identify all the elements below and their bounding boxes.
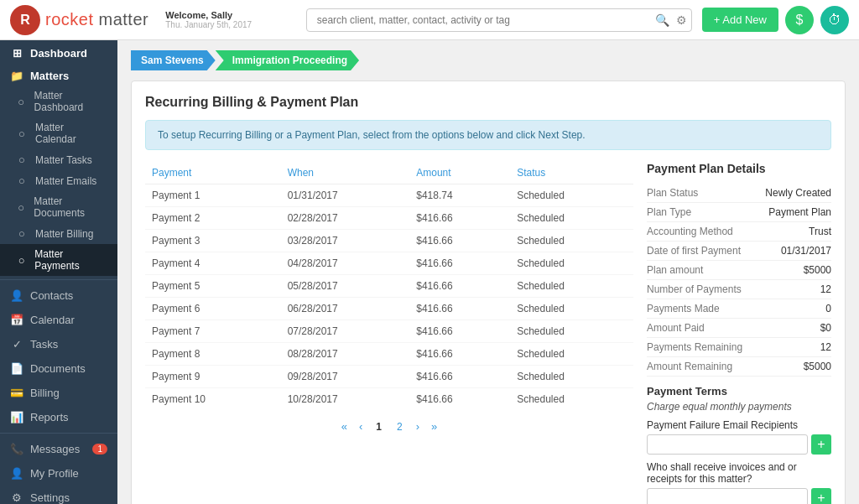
payment-terms-text: Charge equal monthly payments [647, 401, 831, 413]
sidebar-item-matter-payments[interactable]: ○ Matter Payments [0, 244, 117, 276]
sidebar-item-matter-dashboard[interactable]: ○ Matter Dashboard [0, 86, 117, 117]
user-date: Thu. January 5th, 2017 [165, 20, 252, 29]
col-when[interactable]: When [281, 162, 410, 184]
next-page-btn[interactable]: › [413, 418, 423, 434]
circle-icon2: ○ [15, 127, 29, 140]
plan-detail-row: Number of Payments12 [647, 280, 831, 299]
sidebar-item-messages[interactable]: 📞 Messages 1 [0, 437, 117, 461]
top-nav: R rocket matter Welcome, Sally Thu. Janu… [0, 0, 859, 40]
table-row: Payment 303/28/2017$416.66Scheduled [145, 230, 633, 252]
page-2[interactable]: 2 [392, 419, 408, 434]
timer-icon-btn[interactable]: ⏱ [820, 6, 849, 34]
plan-detail-row: Payments Remaining12 [647, 338, 831, 357]
search-bar: 🔍 ⚙ [306, 8, 692, 32]
calendar-icon: 📅 [10, 314, 23, 326]
sidebar-item-calendar[interactable]: 📅 Calendar [0, 308, 117, 332]
sidebar-item-matter-emails[interactable]: ○ Matter Emails [0, 170, 117, 191]
circle-icon5: ○ [15, 201, 27, 214]
sidebar-item-tasks[interactable]: ✓ Tasks [0, 332, 117, 356]
add-new-button[interactable]: + Add New [702, 8, 778, 32]
tasks-icon: ✓ [10, 338, 23, 351]
payment-terms-title: Payment Terms [647, 385, 831, 397]
invoice-add-btn[interactable]: + [811, 488, 831, 504]
circle-icon6: ○ [15, 227, 29, 240]
settings-icon-btn[interactable]: ⚙ [674, 12, 689, 29]
sidebar-item-billing[interactable]: 💳 Billing [0, 381, 117, 405]
sidebar-item-my-profile[interactable]: 👤 My Profile [0, 461, 117, 486]
table-row: Payment 707/28/2017$416.66Scheduled [145, 320, 633, 343]
sidebar-item-dashboard[interactable]: ⊞ Dashboard [0, 40, 117, 63]
profile-icon: 👤 [10, 467, 23, 480]
table-row: Payment 909/28/2017$416.66Scheduled [145, 366, 633, 388]
prev-page-btn[interactable]: ‹ [356, 418, 366, 434]
failure-email-add-btn[interactable]: + [811, 434, 831, 455]
main-card: Recurring Billing & Payment Plan To setu… [131, 81, 846, 504]
table-row: Payment 505/28/2017$416.66Scheduled [145, 275, 633, 298]
page-1[interactable]: 1 [371, 419, 387, 434]
plan-detail-row: Plan StatusNewly Created [647, 184, 831, 203]
plan-details: Payment Plan Details Plan StatusNewly Cr… [647, 162, 831, 504]
plan-detail-row: Plan TypePayment Plan [647, 203, 831, 222]
user-name: Welcome, Sally [165, 10, 252, 20]
breadcrumb: Sam Stevens Immigration Proceeding [131, 50, 846, 70]
sidebar-item-matter-documents[interactable]: ○ Matter Documents [0, 191, 117, 223]
table-row: Payment 808/28/2017$416.66Scheduled [145, 343, 633, 366]
sidebar-item-matter-billing[interactable]: ○ Matter Billing [0, 223, 117, 244]
plan-detail-row: Amount Remaining$5000 [647, 357, 831, 377]
failure-email-input-row: + [647, 434, 831, 455]
search-input[interactable] [306, 8, 692, 32]
reports-icon: 📊 [10, 411, 23, 423]
billing-icon: 💳 [10, 387, 23, 399]
table-row: Payment 1010/28/2017$416.66Scheduled [145, 388, 633, 411]
breadcrumb-item-1[interactable]: Sam Stevens [131, 50, 216, 70]
sidebar-item-settings[interactable]: ⚙ Settings [0, 486, 117, 504]
table-row: Payment 202/28/2017$416.66Scheduled [145, 207, 633, 230]
sidebar-item-documents[interactable]: 📄 Documents [0, 356, 117, 381]
main-layout: ⊞ Dashboard 📁 Matters ○ Matter Dashboard… [0, 40, 859, 504]
user-greeting: Welcome, Sally Thu. January 5th, 2017 [165, 10, 252, 29]
messages-badge: 1 [92, 444, 107, 455]
sidebar-item-contacts[interactable]: 👤 Contacts [0, 283, 117, 308]
two-col-layout: Payment When Amount Status Payment 101/3… [145, 162, 831, 504]
invoice-input[interactable] [647, 488, 808, 504]
plan-detail-row: Amount Paid$0 [647, 319, 831, 338]
invoice-label: Who shall receive invoices and or receip… [647, 461, 831, 485]
search-icon-btn[interactable]: 🔍 [653, 12, 671, 29]
plan-detail-row: Plan amount$5000 [647, 261, 831, 280]
documents-icon: 📄 [10, 362, 23, 375]
sidebar: ⊞ Dashboard 📁 Matters ○ Matter Dashboard… [0, 40, 117, 504]
circle-icon4: ○ [15, 174, 29, 187]
breadcrumb-item-2[interactable]: Immigration Proceeding [216, 50, 359, 70]
failure-email-label: Payment Failure Email Recipients [647, 419, 831, 431]
messages-icon: 📞 [10, 443, 23, 455]
matters-icon: 📁 [10, 70, 23, 82]
dashboard-icon: ⊞ [10, 47, 23, 60]
sidebar-item-matter-tasks[interactable]: ○ Matter Tasks [0, 149, 117, 170]
nav-actions: + Add New $ ⏱ [702, 6, 849, 34]
col-status[interactable]: Status [510, 162, 633, 184]
first-page-btn[interactable]: « [338, 418, 351, 434]
logo-icon: R [10, 5, 40, 35]
payments-table: Payment When Amount Status Payment 101/3… [145, 162, 633, 410]
plan-detail-row: Date of first Payment01/31/2017 [647, 242, 831, 261]
table-row: Payment 101/31/2017$418.74Scheduled [145, 184, 633, 207]
circle-icon7: ○ [15, 254, 28, 267]
plan-detail-row: Payments Made0 [647, 299, 831, 319]
failure-email-input[interactable] [647, 434, 808, 455]
content-area: Sam Stevens Immigration Proceeding Recur… [117, 40, 859, 504]
contacts-icon: 👤 [10, 289, 23, 302]
settings-icon: ⚙ [10, 491, 23, 504]
info-box: To setup Recurring Billing or a Payment … [145, 120, 831, 150]
sidebar-item-matter-calendar[interactable]: ○ Matter Calendar [0, 117, 117, 149]
col-payment[interactable]: Payment [145, 162, 281, 184]
sidebar-item-matters[interactable]: 📁 Matters [0, 63, 117, 86]
pagination: « ‹ 1 2 › » [145, 418, 633, 434]
col-amount[interactable]: Amount [409, 162, 510, 184]
circle-icon: ○ [15, 96, 28, 108]
plan-details-title: Payment Plan Details [647, 162, 831, 175]
last-page-btn[interactable]: » [428, 418, 440, 434]
page-title: Recurring Billing & Payment Plan [145, 95, 831, 110]
plan-detail-row: Accounting MethodTrust [647, 222, 831, 242]
dollar-icon-btn[interactable]: $ [785, 6, 814, 34]
sidebar-item-reports[interactable]: 📊 Reports [0, 405, 117, 429]
